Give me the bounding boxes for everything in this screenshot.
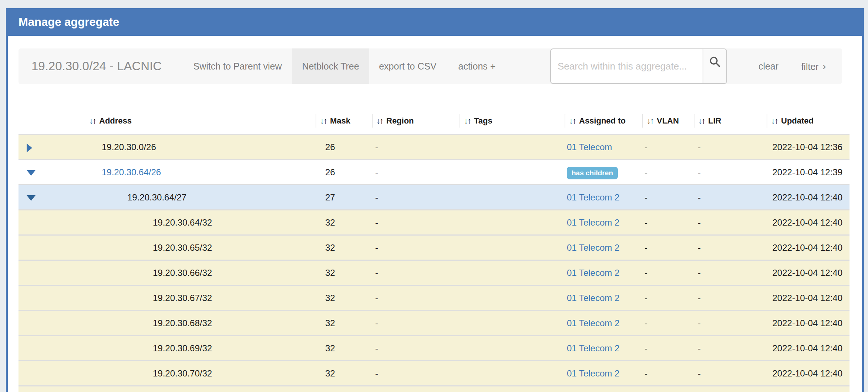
collapse-icon[interactable] [27, 195, 36, 201]
region-cell: - [372, 336, 460, 360]
assigned-to-cell: 01 Telecom 2 [565, 311, 642, 335]
mask-cell: 32 [316, 361, 372, 385]
assigned-to-cell: 01 Telecom 2 [565, 236, 642, 260]
assigned-resource-link[interactable]: 01 Telecom [567, 142, 612, 152]
sort-icon: ↓↑ [569, 116, 576, 125]
vlan-cell: - [642, 135, 694, 159]
lir-cell: - [694, 361, 767, 385]
vlan-cell: - [642, 286, 694, 310]
table-row: 19.20.30.64/2727-01 Telecom 2--2022-10-0… [18, 184, 850, 209]
vlan-cell: - [642, 361, 694, 385]
expander-cell [18, 261, 85, 285]
col-header-tags[interactable]: ↓↑Tags [460, 112, 565, 130]
address-cell: 19.20.30.70/32 [85, 361, 316, 385]
region-cell: - [372, 185, 460, 209]
sort-icon: ↓↑ [771, 116, 778, 125]
magnifier-icon [709, 48, 721, 84]
lir-cell [694, 386, 767, 392]
vlan-cell: - [642, 336, 694, 360]
assigned-resource-link[interactable]: 01 Telecom 2 [567, 217, 619, 227]
vlan-cell: - [642, 160, 694, 184]
expand-icon[interactable] [27, 143, 32, 152]
search-group [550, 48, 727, 84]
mask-cell: 32 [316, 261, 372, 285]
col-header-label: VLAN [657, 116, 679, 125]
assigned-resource-link[interactable]: 01 Telecom 2 [567, 293, 619, 303]
tags-cell [460, 361, 565, 385]
vlan-cell [642, 386, 694, 392]
chevron-right-icon: › [822, 60, 826, 72]
tags-cell [460, 386, 565, 392]
collapse-icon[interactable] [27, 170, 36, 176]
assigned-resource-link[interactable]: 01 Telecom 2 [567, 268, 619, 278]
col-header-region[interactable]: ↓↑Region [372, 112, 460, 130]
netblock-link[interactable]: 19.20.30.64/26 [102, 167, 161, 177]
tags-cell [460, 185, 565, 209]
tags-cell [460, 336, 565, 360]
col-header-vlan[interactable]: ↓↑VLAN [642, 112, 694, 130]
switch-to-parent-view-button[interactable]: Switch to Parent view [189, 48, 286, 84]
expander-cell [18, 386, 85, 392]
updated-cell: 2022-10-04 12:40 [767, 311, 850, 335]
aggregate-label: 19.20.30.0/24 - LACNIC [31, 48, 162, 84]
lir-cell: - [694, 185, 767, 209]
page-title: Manage aggregate [6, 8, 864, 36]
lir-cell: - [694, 236, 767, 260]
updated-cell: 2022-10-04 12:39 [767, 160, 850, 184]
mask-cell: 32 [316, 336, 372, 360]
lir-cell: - [694, 210, 767, 234]
table-row: 19.20.30.64/2626-has children--2022-10-0… [18, 159, 850, 184]
col-header-lir[interactable]: ↓↑LIR [694, 112, 767, 130]
assigned-resource-link[interactable]: 01 Telecom 2 [567, 243, 619, 253]
updated-cell: 2022-10-04 12:40 [767, 261, 850, 285]
updated-cell: 2022-10-04 12:36 [767, 135, 850, 159]
table-row: 19.20.30.66/3232-01 Telecom 2--2022-10-0… [18, 260, 850, 285]
expander-cell [18, 236, 85, 260]
expander-cell [18, 286, 85, 310]
netblock-tree-tab[interactable]: Netblock Tree [292, 48, 369, 84]
table-header-row: ↓↑Address↓↑Mask↓↑Region↓↑Tags↓↑Assigned … [18, 112, 850, 130]
mask-cell: 32 [316, 311, 372, 335]
lir-cell: - [694, 135, 767, 159]
tags-cell [460, 160, 565, 184]
assigned-resource-link[interactable]: 01 Telecom 2 [567, 192, 619, 202]
sort-icon: ↓↑ [647, 116, 653, 125]
sort-icon: ↓↑ [376, 116, 383, 125]
col-header-address[interactable]: ↓↑Address [18, 112, 316, 130]
assigned-to-cell: has children [565, 160, 642, 184]
assigned-to-cell: 01 Telecom [565, 135, 642, 159]
mask-cell: 26 [316, 160, 372, 184]
updated-cell: 2022-10-04 12:40 [767, 210, 850, 234]
assigned-to-cell: 01 Telecom 2 [565, 286, 642, 310]
assigned-resource-link[interactable]: 01 Telecom 2 [567, 368, 619, 378]
assigned-to-cell: 01 Telecom 2 [565, 361, 642, 385]
col-header-mask[interactable]: ↓↑Mask [316, 112, 372, 130]
mask-cell: 26 [316, 135, 372, 159]
address-cell: 19.20.30.68/32 [85, 311, 316, 335]
region-cell: - [372, 160, 460, 184]
expander-cell [18, 361, 85, 385]
updated-cell: 2022-10-04 12:40 [767, 185, 850, 209]
search-input[interactable] [551, 49, 703, 83]
export-to-csv-button[interactable]: export to CSV [371, 48, 445, 84]
assigned-resource-link[interactable]: 01 Telecom 2 [567, 318, 619, 328]
actions-menu-button[interactable]: actions + [445, 48, 508, 84]
tags-cell [460, 135, 565, 159]
updated-cell: 2022-10-04 12:40 [767, 336, 850, 360]
search-button[interactable] [703, 49, 726, 83]
col-header-assigned-to[interactable]: ↓↑Assigned to [565, 112, 642, 130]
assigned-to-cell: 01 Telecom 2 [565, 336, 642, 360]
table-row: 19.20.30.68/3232-01 Telecom 2--2022-10-0… [18, 310, 850, 335]
tags-cell [460, 286, 565, 310]
expander-cell [18, 210, 85, 234]
filter-button[interactable]: filter› [786, 48, 841, 84]
table-row: 19.20.30.70/3232-01 Telecom 2--2022-10-0… [18, 360, 850, 385]
col-header-updated[interactable]: ↓↑Updated [767, 112, 850, 130]
vlan-cell: - [642, 236, 694, 260]
col-header-label: Updated [781, 116, 814, 125]
assigned-resource-link[interactable]: 01 Telecom 2 [567, 343, 619, 353]
tags-cell [460, 236, 565, 260]
region-cell: - [372, 361, 460, 385]
region-cell: - [372, 286, 460, 310]
assigned-to-cell: 01 Telecom 2 [565, 261, 642, 285]
